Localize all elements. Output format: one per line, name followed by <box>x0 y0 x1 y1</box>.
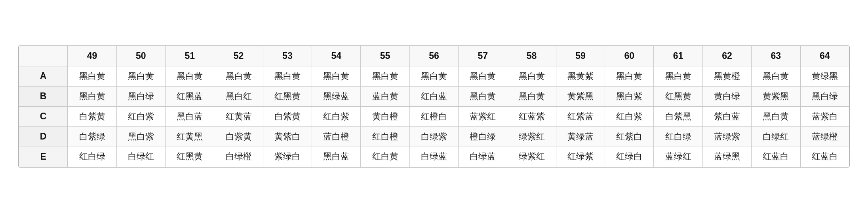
cell-C-15: 蓝紫白 <box>800 107 849 127</box>
cell-D-8: 橙白绿 <box>459 126 507 147</box>
cell-B-6: 蓝白黄 <box>361 87 409 107</box>
cell-D-4: 黄紫白 <box>263 126 312 147</box>
cell-E-15: 红蓝白 <box>800 147 849 167</box>
cell-D-5: 蓝白橙 <box>312 126 361 147</box>
header-col-54: 54 <box>312 46 361 66</box>
cell-B-1: 黑白绿 <box>116 87 165 107</box>
cell-E-12: 蓝绿红 <box>654 147 702 167</box>
cell-D-7: 白绿紫 <box>409 126 458 147</box>
row-label-B: B <box>19 87 68 107</box>
cell-C-0: 白紫黄 <box>68 107 116 127</box>
cell-E-0: 红白绿 <box>68 147 116 167</box>
cell-A-7: 黑白黄 <box>409 66 458 87</box>
cell-E-1: 白绿红 <box>116 147 165 167</box>
cell-B-7: 红白蓝 <box>409 87 458 107</box>
header-col-60: 60 <box>605 46 654 66</box>
cell-A-0: 黑白黄 <box>68 66 116 87</box>
header-col-49: 49 <box>68 46 116 66</box>
row-label-C: C <box>19 107 68 127</box>
cell-C-2: 黑白蓝 <box>166 107 214 127</box>
cell-B-2: 红黑蓝 <box>166 87 214 107</box>
row-label-E: E <box>19 147 68 167</box>
cell-A-2: 黑白黄 <box>166 66 214 87</box>
header-col-62: 62 <box>702 46 751 66</box>
cell-B-12: 红黑黄 <box>654 87 702 107</box>
cell-A-4: 黑白黄 <box>263 66 312 87</box>
cell-A-11: 黑白黄 <box>605 66 654 87</box>
cell-E-6: 红白黄 <box>361 147 409 167</box>
cell-A-10: 黑黄紫 <box>556 66 605 87</box>
header-col-55: 55 <box>361 46 409 66</box>
cell-D-3: 白紫黄 <box>214 126 263 147</box>
table-row: A黑白黄黑白黄黑白黄黑白黄黑白黄黑白黄黑白黄黑白黄黑白黄黑白黄黑黄紫黑白黄黑白黄… <box>19 66 849 87</box>
table-row: C白紫黄红白紫黑白蓝红黄蓝白紫黄红白紫黄白橙红橙白蓝紫红红蓝紫红紫蓝红白紫白紫黑… <box>19 107 849 127</box>
cell-A-13: 黑黄橙 <box>702 66 751 87</box>
row-label-D: D <box>19 126 68 147</box>
cell-A-9: 黑白黄 <box>507 66 556 87</box>
cell-C-12: 白紫黑 <box>654 107 702 127</box>
cell-A-15: 黄绿黑 <box>800 66 849 87</box>
cell-D-1: 黑白紫 <box>116 126 165 147</box>
header-col-64: 64 <box>800 46 849 66</box>
cell-E-3: 白绿橙 <box>214 147 263 167</box>
cell-B-4: 红黑黄 <box>263 87 312 107</box>
header-col-59: 59 <box>556 46 605 66</box>
cell-D-12: 红白绿 <box>654 126 702 147</box>
cell-A-14: 黑白黄 <box>752 66 800 87</box>
cell-A-12: 黑白黄 <box>654 66 702 87</box>
cell-E-4: 紫绿白 <box>263 147 312 167</box>
table-body: A黑白黄黑白黄黑白黄黑白黄黑白黄黑白黄黑白黄黑白黄黑白黄黑白黄黑黄紫黑白黄黑白黄… <box>19 66 849 167</box>
cell-A-8: 黑白黄 <box>459 66 507 87</box>
data-table: 49505152535455565758596061626364 A黑白黄黑白黄… <box>19 46 849 167</box>
cell-E-7: 白绿蓝 <box>409 147 458 167</box>
cell-E-5: 黑白蓝 <box>312 147 361 167</box>
cell-B-14: 黄紫黑 <box>752 87 800 107</box>
cell-C-7: 红橙白 <box>409 107 458 127</box>
header-row: 49505152535455565758596061626364 <box>19 46 849 66</box>
table-row: B黑白黄黑白绿红黑蓝黑白红红黑黄黑绿蓝蓝白黄红白蓝黑白黄黑白黄黄紫黑黑白紫红黑黄… <box>19 87 849 107</box>
cell-C-8: 蓝紫红 <box>459 107 507 127</box>
cell-C-10: 红紫蓝 <box>556 107 605 127</box>
cell-B-8: 黑白黄 <box>459 87 507 107</box>
table-row: E红白绿白绿红红黑黄白绿橙紫绿白黑白蓝红白黄白绿蓝白绿蓝绿紫红红绿紫红绿白蓝绿红… <box>19 147 849 167</box>
row-label-A: A <box>19 66 68 87</box>
cell-C-14: 黑白黄 <box>752 107 800 127</box>
cell-A-5: 黑白黄 <box>312 66 361 87</box>
cell-D-9: 绿紫红 <box>507 126 556 147</box>
cell-A-3: 黑白黄 <box>214 66 263 87</box>
cell-B-0: 黑白黄 <box>68 87 116 107</box>
header-empty <box>19 46 68 66</box>
cell-D-15: 蓝绿橙 <box>800 126 849 147</box>
cell-B-9: 黑白黄 <box>507 87 556 107</box>
cell-B-15: 黑白绿 <box>800 87 849 107</box>
cell-C-6: 黄白橙 <box>361 107 409 127</box>
cell-A-1: 黑白黄 <box>116 66 165 87</box>
cell-B-11: 黑白紫 <box>605 87 654 107</box>
main-table-wrapper: 49505152535455565758596061626364 A黑白黄黑白黄… <box>18 45 850 167</box>
cell-C-1: 红白紫 <box>116 107 165 127</box>
cell-C-13: 紫白蓝 <box>702 107 751 127</box>
cell-B-5: 黑绿蓝 <box>312 87 361 107</box>
cell-E-11: 红绿白 <box>605 147 654 167</box>
cell-D-13: 蓝绿紫 <box>702 126 751 147</box>
cell-B-13: 黄白绿 <box>702 87 751 107</box>
cell-C-11: 红白紫 <box>605 107 654 127</box>
cell-D-14: 白绿红 <box>752 126 800 147</box>
cell-A-6: 黑白黄 <box>361 66 409 87</box>
cell-C-4: 白紫黄 <box>263 107 312 127</box>
cell-C-3: 红黄蓝 <box>214 107 263 127</box>
header-col-61: 61 <box>654 46 702 66</box>
cell-D-11: 红紫白 <box>605 126 654 147</box>
header-col-53: 53 <box>263 46 312 66</box>
cell-E-2: 红黑黄 <box>166 147 214 167</box>
header-col-63: 63 <box>752 46 800 66</box>
cell-E-13: 蓝绿黑 <box>702 147 751 167</box>
cell-D-10: 黄绿蓝 <box>556 126 605 147</box>
table-row: D白紫绿黑白紫红黄黑白紫黄黄紫白蓝白橙红白橙白绿紫橙白绿绿紫红黄绿蓝红紫白红白绿… <box>19 126 849 147</box>
cell-B-10: 黄紫黑 <box>556 87 605 107</box>
header-col-58: 58 <box>507 46 556 66</box>
header-col-50: 50 <box>116 46 165 66</box>
cell-C-9: 红蓝紫 <box>507 107 556 127</box>
header-col-52: 52 <box>214 46 263 66</box>
cell-D-2: 红黄黑 <box>166 126 214 147</box>
